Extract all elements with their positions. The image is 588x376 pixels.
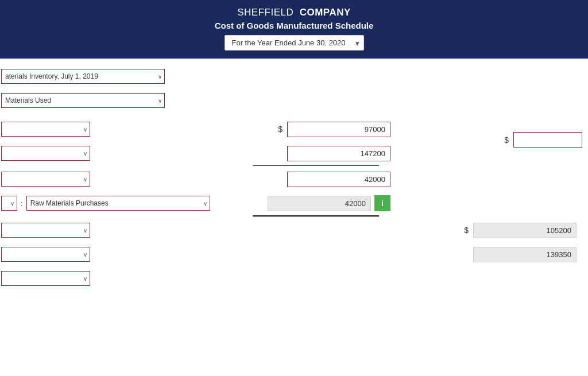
value3-section bbox=[241, 172, 390, 187]
year-dropdown[interactable]: For the Year Ended June 30, 2020 bbox=[225, 35, 364, 51]
materials-used-left: Materials Used bbox=[0, 93, 241, 108]
value4-section: i bbox=[241, 195, 390, 211]
value6-section bbox=[462, 247, 588, 262]
underline-2 bbox=[253, 215, 379, 217]
raw-materials-dropdown-wrapper[interactable]: Raw Materials Purchases bbox=[26, 196, 210, 211]
left-small-dropdown-wrapper[interactable] bbox=[1, 196, 17, 211]
dropdown5[interactable] bbox=[1, 247, 90, 262]
schedule-subtitle: Cost of Goods Manufactured Schedule bbox=[0, 21, 588, 30]
header-section: SHEFFIELD COMPANY Cost of Goods Manufact… bbox=[0, 0, 588, 59]
row-42000-first bbox=[0, 167, 588, 191]
materials-used-dropdown[interactable]: Materials Used bbox=[1, 93, 165, 108]
row-raw-materials: : Raw Materials Purchases i bbox=[0, 191, 588, 215]
inventory-dropdown-container[interactable]: aterials Inventory, July 1, 2019 bbox=[1, 69, 165, 84]
materials-used-row: Materials Used bbox=[0, 88, 588, 113]
dropdown1-wrapper[interactable] bbox=[0, 122, 241, 137]
header-bar: SHEFFIELD COMPANY Cost of Goods Manufact… bbox=[0, 0, 588, 59]
inventory-dropdown[interactable]: aterials Inventory, July 1, 2019 bbox=[1, 69, 165, 84]
inventory-select-wrapper[interactable]: aterials Inventory, July 1, 2019 bbox=[0, 69, 241, 84]
dollar1: $ bbox=[278, 125, 283, 134]
materials-used-dropdown-wrapper[interactable]: Materials Used bbox=[1, 93, 165, 108]
underline-1 bbox=[253, 165, 379, 166]
company-name-bold: COMPANY bbox=[300, 7, 351, 18]
dropdown5-wrapper[interactable] bbox=[0, 247, 241, 262]
dropdown2[interactable] bbox=[1, 146, 90, 161]
value5-section: $ bbox=[462, 223, 588, 238]
dropdown6[interactable] bbox=[1, 271, 90, 286]
inventory-row: aterials Inventory, July 1, 2019 bbox=[0, 64, 588, 88]
info-button[interactable]: i bbox=[374, 195, 390, 211]
value1-section: $ bbox=[241, 122, 390, 137]
dropdown6-wrapper[interactable] bbox=[0, 271, 241, 286]
top-dollar-sign: $ bbox=[504, 135, 509, 145]
company-title: SHEFFIELD COMPANY bbox=[0, 7, 588, 18]
dropdown3-wrapper[interactable] bbox=[0, 172, 241, 187]
dropdown1[interactable] bbox=[1, 122, 90, 137]
input-97000[interactable] bbox=[287, 122, 390, 137]
company-name-regular: SHEFFIELD bbox=[237, 7, 293, 18]
dropdown2-wrapper[interactable] bbox=[0, 146, 241, 161]
dropdown3[interactable] bbox=[1, 172, 90, 187]
input-42000-first[interactable] bbox=[287, 172, 390, 187]
row-105200: $ bbox=[0, 218, 588, 242]
row-139350 bbox=[0, 242, 588, 266]
left-small-dropdown[interactable] bbox=[1, 196, 17, 211]
dropdown4[interactable] bbox=[1, 223, 90, 238]
input-42000-gray bbox=[268, 196, 371, 211]
input-147200[interactable] bbox=[287, 146, 390, 161]
top-right-input[interactable] bbox=[513, 132, 582, 148]
value2-section bbox=[241, 146, 390, 161]
row-97000: $ bbox=[0, 117, 588, 141]
dollar5: $ bbox=[464, 226, 469, 235]
row-last bbox=[0, 266, 588, 290]
row-147200 bbox=[0, 141, 588, 165]
colon-separator: : bbox=[21, 199, 23, 208]
top-right-value-row: $ bbox=[504, 132, 588, 148]
input-139350 bbox=[473, 247, 577, 262]
raw-materials-dropdown[interactable]: Raw Materials Purchases bbox=[26, 196, 210, 211]
dropdown4-wrapper[interactable] bbox=[0, 223, 241, 238]
year-dropdown-wrapper[interactable]: For the Year Ended June 30, 2020 bbox=[225, 35, 364, 51]
input-105200 bbox=[473, 223, 577, 238]
